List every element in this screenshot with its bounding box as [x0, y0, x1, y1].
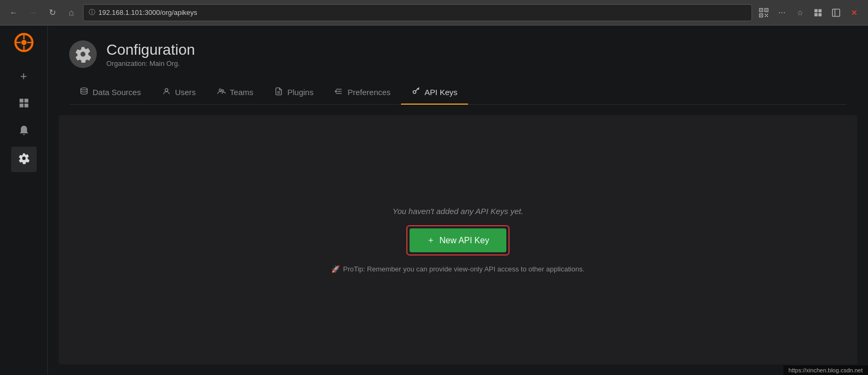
svg-rect-8 [765, 16, 766, 17]
address-bar[interactable]: ⓘ 192.168.1.101:3000/org/apikeys [83, 4, 752, 21]
tab-data-sources[interactable]: Data Sources [69, 81, 152, 105]
sidebar-toggle-button[interactable] [829, 5, 844, 20]
svg-point-29 [81, 53, 85, 56]
add-icon: + [20, 70, 27, 83]
more-button[interactable]: ⋯ [774, 5, 789, 20]
svg-point-39 [336, 91, 337, 92]
svg-rect-7 [767, 14, 768, 15]
sidebar-item-dashboards[interactable] [11, 91, 37, 117]
svg-rect-10 [766, 15, 767, 16]
protip-text: ProTip: Remember you can provide view-on… [343, 265, 585, 273]
config-icon-large [69, 40, 97, 68]
home-button[interactable]: ⌂ [64, 5, 79, 20]
sidebar-item-settings[interactable] [11, 147, 37, 172]
security-icon: ⓘ [89, 8, 95, 17]
protip: 🚀 ProTip: Remember you can provide view-… [331, 265, 585, 273]
svg-point-40 [413, 91, 416, 93]
bookmark-button[interactable]: ☆ [792, 5, 807, 20]
tab-plugins[interactable]: Plugins [264, 81, 324, 105]
tab-plugins-label: Plugins [287, 88, 313, 97]
svg-point-31 [165, 89, 168, 91]
browser-actions: ⋯ ☆ ✕ [756, 5, 862, 20]
status-url: https://xinchen.blog.csdn.net [789, 367, 863, 373]
page-header: Configuration Organization: Main Org. Da… [48, 25, 868, 105]
tab-teams-label: Teams [230, 88, 253, 97]
status-bar: https://xinchen.blog.csdn.net [783, 365, 868, 375]
bell-icon [19, 125, 29, 139]
tab-users-label: Users [175, 88, 196, 97]
gear-icon [18, 152, 30, 167]
tab-data-sources-label: Data Sources [93, 88, 141, 97]
sidebar-item-alerts[interactable] [11, 119, 37, 144]
preferences-icon [335, 87, 343, 97]
grafana-logo[interactable] [13, 32, 35, 53]
svg-rect-14 [819, 13, 822, 16]
page-title-row: Configuration Organization: Main Org. [69, 40, 847, 68]
svg-rect-27 [24, 103, 28, 107]
forward-button[interactable]: → [26, 5, 40, 20]
rocket-icon: 🚀 [331, 265, 340, 273]
svg-rect-26 [19, 103, 23, 107]
tab-preferences[interactable]: Preferences [324, 81, 401, 105]
browser-chrome: ← → ↻ ⌂ ⓘ 192.168.1.101:3000/org/apikeys… [0, 0, 868, 25]
sidebar-item-add[interactable]: + [11, 64, 37, 89]
svg-point-19 [21, 40, 27, 45]
tab-teams[interactable]: Teams [206, 81, 264, 105]
svg-point-33 [222, 90, 223, 91]
tabs: Data Sources Users [69, 81, 847, 105]
data-sources-icon [80, 87, 88, 97]
url-text: 192.168.1.101:3000/org/apikeys [98, 8, 197, 16]
tab-api-keys[interactable]: API Keys [401, 81, 468, 105]
svg-point-30 [81, 88, 87, 90]
dashboards-icon [18, 97, 30, 112]
close-button[interactable]: ✕ [847, 5, 862, 20]
svg-rect-25 [24, 98, 28, 102]
tab-api-keys-label: API Keys [424, 88, 457, 97]
svg-line-43 [417, 89, 418, 89]
svg-rect-12 [819, 9, 822, 12]
refresh-button[interactable]: ↻ [45, 5, 60, 20]
page-title: Configuration [106, 41, 195, 58]
extensions-button[interactable] [811, 5, 825, 20]
app-container: + [0, 25, 868, 375]
page-title-text: Configuration Organization: Main Org. [106, 41, 195, 67]
page-subtitle: Organization: Main Org. [106, 59, 195, 67]
content-area: You haven't added any API Keys yet. ＋ Ne… [59, 115, 857, 364]
svg-rect-5 [761, 15, 762, 16]
users-icon [162, 87, 171, 97]
svg-rect-11 [814, 9, 817, 12]
new-api-key-label: New API Key [439, 236, 489, 245]
svg-rect-3 [766, 10, 767, 11]
new-api-key-wrapper: ＋ New API Key [410, 228, 506, 252]
svg-rect-1 [761, 10, 762, 11]
main-content: Configuration Organization: Main Org. Da… [48, 25, 868, 375]
svg-rect-9 [767, 16, 768, 17]
teams-icon [217, 87, 226, 97]
svg-point-28 [22, 157, 25, 159]
svg-rect-15 [832, 9, 840, 16]
qr-button[interactable] [756, 5, 771, 20]
tab-users[interactable]: Users [152, 81, 206, 105]
back-button[interactable]: ← [6, 5, 21, 20]
plus-icon: ＋ [427, 235, 435, 246]
svg-point-32 [219, 89, 221, 91]
svg-rect-24 [19, 98, 23, 102]
svg-rect-13 [814, 13, 817, 16]
new-api-key-button[interactable]: ＋ New API Key [410, 228, 506, 252]
empty-message: You haven't added any API Keys yet. [393, 207, 523, 216]
sidebar: + [0, 25, 48, 375]
plugins-icon [274, 87, 283, 97]
svg-rect-6 [765, 14, 766, 15]
tab-preferences-label: Preferences [347, 88, 390, 97]
api-keys-icon [412, 87, 420, 97]
